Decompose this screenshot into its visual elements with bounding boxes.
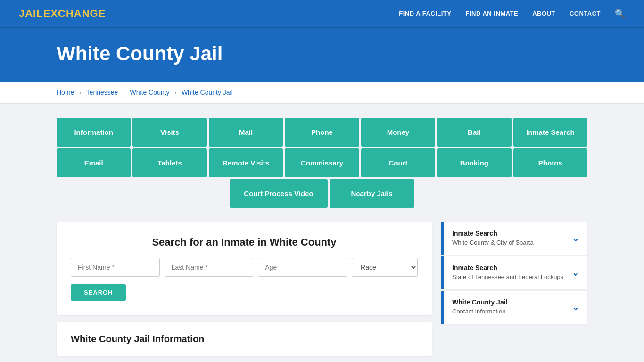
page-title: White County Jail	[57, 42, 587, 65]
right-sidebar: Inmate Search White County & City of Spa…	[441, 222, 587, 326]
logo-jail: JAIL	[19, 8, 43, 19]
button-grid-row1: Information Visits Mail Phone Money Bail…	[57, 118, 587, 147]
sidebar-card-subtitle-1: State of Tennessee and Federal Lockups	[452, 273, 563, 281]
nav-contact[interactable]: CONTACT	[570, 10, 601, 17]
inmate-search-panel: Search for an Inmate in White County Rac…	[57, 222, 432, 315]
sidebar-card-subtitle-2: Contact Information	[452, 307, 507, 316]
nav-find-inmate[interactable]: FIND AN INMATE	[465, 10, 518, 17]
btn-nearby-jails[interactable]: Nearby Jails	[330, 179, 414, 208]
btn-commissary[interactable]: Commissary	[285, 148, 359, 177]
search-button[interactable]: SEARCH	[71, 284, 126, 301]
btn-visits[interactable]: Visits	[132, 118, 206, 147]
sidebar-card-contact-info[interactable]: White County Jail Contact Information ⌄	[441, 291, 587, 323]
hero-banner: White County Jail	[0, 28, 644, 82]
search-panel-title: Search for an Inmate in White County	[71, 236, 418, 248]
last-name-input[interactable]	[165, 258, 254, 277]
nav-find-facility[interactable]: FIND A FACILITY	[399, 10, 451, 17]
search-icon[interactable]: 🔍	[615, 8, 625, 19]
breadcrumb-white-county[interactable]: White County	[130, 89, 170, 96]
breadcrumb-current: White County Jail	[182, 89, 233, 96]
sidebar-card-subtitle-0: White County & City of Sparta	[452, 239, 534, 247]
nav-about[interactable]: ABOUT	[532, 10, 555, 17]
race-select[interactable]: RaceWhiteBlackHispanicAsianOther	[352, 258, 418, 277]
sidebar-card-title-1: Inmate Search	[452, 264, 563, 272]
sidebar-card-inmate-search-state[interactable]: Inmate Search State of Tennessee and Fed…	[441, 256, 587, 289]
breadcrumb-sep-3: ›	[174, 89, 176, 96]
chevron-down-icon-1: ⌄	[572, 268, 579, 278]
btn-remote-visits[interactable]: Remote Visits	[209, 148, 283, 177]
button-grid-row3: Court Process Video Nearby Jails	[57, 179, 587, 208]
age-input[interactable]	[258, 258, 347, 277]
jail-info-title: White County Jail Information	[71, 334, 418, 345]
btn-booking[interactable]: Booking	[437, 148, 511, 177]
btn-email[interactable]: Email	[57, 148, 131, 177]
btn-court[interactable]: Court	[361, 148, 435, 177]
jail-info-section: White County Jail Information	[57, 322, 432, 356]
sidebar-card-title-0: Inmate Search	[452, 230, 534, 237]
chevron-down-icon-2: ⌄	[572, 302, 579, 313]
search-form: RaceWhiteBlackHispanicAsianOther	[71, 258, 418, 277]
breadcrumb-sep-2: ›	[123, 89, 125, 96]
chevron-down-icon-0: ⌄	[572, 233, 579, 244]
two-col-layout: Search for an Inmate in White County Rac…	[57, 222, 587, 356]
btn-inmate-search[interactable]: Inmate Search	[513, 118, 587, 147]
breadcrumb-tennessee[interactable]: Tennessee	[86, 89, 118, 96]
first-name-input[interactable]	[71, 258, 160, 277]
btn-information[interactable]: Information	[57, 118, 131, 147]
sidebar-card-inmate-search-local[interactable]: Inmate Search White County & City of Spa…	[441, 222, 587, 255]
logo[interactable]: JAILEXCHANGE	[19, 8, 106, 20]
btn-money[interactable]: Money	[361, 118, 435, 147]
button-grid-row2: Email Tablets Remote Visits Commissary C…	[57, 148, 587, 177]
btn-phone[interactable]: Phone	[285, 118, 359, 147]
btn-mail[interactable]: Mail	[209, 118, 283, 147]
sidebar-card-title-2: White County Jail	[452, 298, 507, 306]
navbar: JAILEXCHANGE FIND A FACILITY FIND AN INM…	[0, 0, 644, 28]
breadcrumb: Home › Tennessee › White County › White …	[0, 82, 644, 104]
breadcrumb-sep-1: ›	[79, 89, 81, 96]
main-content: Information Visits Mail Phone Money Bail…	[0, 104, 644, 362]
nav-links: FIND A FACILITY FIND AN INMATE ABOUT CON…	[399, 8, 625, 19]
btn-bail[interactable]: Bail	[437, 118, 511, 147]
btn-tablets[interactable]: Tablets	[132, 148, 206, 177]
breadcrumb-home[interactable]: Home	[57, 89, 74, 96]
btn-photos[interactable]: Photos	[513, 148, 587, 177]
logo-exchange: EXCHANGE	[43, 8, 106, 19]
btn-court-process-video[interactable]: Court Process Video	[230, 179, 327, 208]
